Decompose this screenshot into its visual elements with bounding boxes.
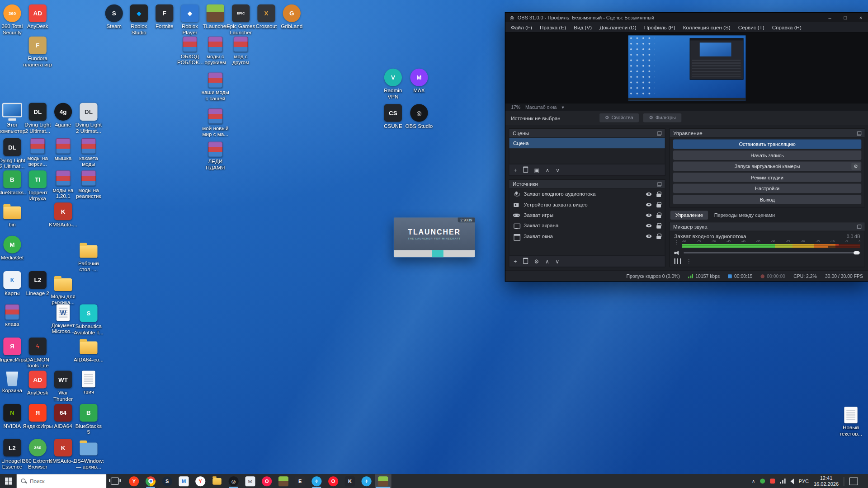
taskbar-app[interactable]: ✈ [308,474,325,488]
taskbar-app[interactable]: K [342,474,359,488]
desktop-icon[interactable]: B BlueStacks 5 [74,404,104,436]
visibility-eye-icon[interactable] [646,192,651,196]
close-button[interactable]: × [853,13,868,22]
obs-titlebar[interactable]: ◎ OBS 31.0.0 - Профиль: Безымянный - Сце… [505,13,868,22]
desktop-icon[interactable]: M MAX [404,69,434,94]
source-down-button[interactable]: ∨ [555,258,559,264]
dock-popout-icon[interactable] [857,225,862,229]
source-up-button[interactable]: ∧ [545,258,549,264]
menu-item[interactable]: Правка (E) [536,23,570,31]
menu-item[interactable]: Коллекция сцен (S) [679,23,734,31]
desktop-icon[interactable]: K KMSAuto-... [48,202,78,228]
menu-item[interactable]: Профиль (P) [640,23,679,31]
taskbar-app[interactable]: S [159,474,175,488]
language-indicator[interactable]: РУС [799,479,809,484]
dock-tab[interactable]: Переходы между сценами [709,211,780,220]
taskbar-app[interactable]: ◎ [225,474,242,488]
menu-item[interactable]: Сервис (T) [734,23,768,31]
desktop-icon[interactable]: S Subnautica Available T... [74,304,104,336]
control-button[interactable]: Режим студии ⚙ [673,173,861,182]
speaker-icon[interactable] [674,250,680,255]
add-source-button[interactable]: + [514,258,517,264]
remove-source-button[interactable] [523,258,528,265]
taskbar-app[interactable]: O [259,474,275,488]
mixer-config-icon[interactable] [674,258,681,264]
taskbar-search[interactable]: Поиск [17,474,106,488]
lock-icon[interactable] [656,212,661,218]
desktop-icon[interactable]: Моды для рыжика... [48,274,78,306]
dock-tab[interactable]: Управление [670,211,708,220]
chevron-down-icon[interactable]: ▾ [561,104,564,110]
desktop-icon[interactable]: Рабочий стол -... [74,241,104,273]
taskbar-app[interactable]: O [325,474,342,488]
obs-preview-canvas[interactable] [628,35,746,100]
taskbar-app[interactable]: E [292,474,308,488]
filters-button[interactable]: ⚙ Фильтры [643,113,681,122]
desktop-icon[interactable]: F Fundora планета игр [23,37,52,68]
menu-item[interactable]: Док-панели (D) [596,23,641,31]
source-item[interactable]: Захват окна [509,231,665,241]
source-properties-button[interactable]: ⚙ [534,258,539,264]
control-button[interactable]: Запуск виртуальной камеры ⚙ [673,162,861,171]
duplicate-scene-button[interactable]: ▣ [534,167,539,173]
menu-item[interactable]: Справка (H) [768,23,805,31]
gear-icon[interactable]: ⚙ [851,163,860,170]
desktop-icon[interactable]: мод с другом [226,37,256,66]
menu-item[interactable]: Вид (V) [570,23,596,31]
volume-slider-handle[interactable] [854,251,859,254]
taskbar-app[interactable] [142,474,159,488]
maximize-button[interactable]: □ [838,13,853,22]
desktop-icon[interactable]: M MediaGet [0,236,27,261]
mixer-menu-icon[interactable]: ⋮ [686,258,691,263]
desktop-icon[interactable]: G GribLand [277,5,307,30]
lock-icon[interactable] [656,223,661,228]
menu-item[interactable]: Файл (F) [507,23,536,31]
desktop-icon[interactable]: моды на реалистик [74,170,104,200]
desktop-icon[interactable]: AIDA64-со... [74,338,104,363]
remove-scene-button[interactable] [523,166,528,174]
desktop-icon[interactable]: мой новый мир с ма... [200,108,230,138]
desktop-icon[interactable]: какаета моды [74,138,104,168]
desktop-icon[interactable]: ◎ OBS Studio [404,104,434,129]
desktop-icon[interactable]: AD AnyDesk [23,5,52,30]
taskbar-clock[interactable]: 12:41 16.02.2026 [814,475,839,487]
network-tray-icon[interactable] [780,479,785,483]
desktop-icon[interactable]: клава [0,304,27,327]
desktop-icon[interactable]: наши моды с сашей [200,72,230,102]
scene-up-button[interactable]: ∧ [545,167,549,173]
desktop-icon[interactable]: твич [74,371,104,395]
source-item[interactable]: Устройство захвата видео [509,199,665,210]
desktop-icon[interactable]: Новый текстов... [836,407,866,437]
desktop-icon[interactable]: DL Dying Light 2 Ultimat... [74,103,104,135]
taskbar-app[interactable] [275,474,292,488]
anydesk-tray-icon[interactable] [770,479,775,483]
action-center-icon[interactable] [849,477,858,485]
taskbar-app[interactable]: M [175,474,192,488]
scene-down-button[interactable]: ∨ [556,167,560,173]
scene-item[interactable]: Сцена [509,138,665,148]
taskbar-app[interactable]: ✉ [242,474,259,488]
lock-icon[interactable] [656,233,661,239]
taskbar-app[interactable] [375,474,392,488]
lock-icon[interactable] [656,191,661,197]
task-view-button[interactable] [106,474,123,488]
taskbar-app[interactable] [209,474,226,488]
control-button[interactable]: Настройки ⚙ [673,184,861,193]
volume-tray-icon[interactable] [790,479,793,484]
antivirus-tray-icon[interactable] [760,479,765,483]
source-item[interactable]: Захват экрана [509,220,665,230]
desktop-icon[interactable]: V Radmin VPN [378,69,408,100]
visibility-eye-icon[interactable] [646,213,651,216]
minimize-button[interactable]: – [822,13,837,22]
desktop-icon[interactable]: CS CSUNE [378,104,408,129]
control-button[interactable]: Остановить трансляцию ⚙ [673,140,861,149]
visibility-eye-icon[interactable] [646,235,651,238]
dock-popout-icon[interactable] [657,182,661,186]
taskbar-app[interactable]: Y [192,474,209,488]
visibility-eye-icon[interactable] [646,203,651,206]
mixer-channel-menu-icon[interactable]: ⋮ [674,240,679,245]
dock-popout-icon[interactable] [657,131,661,136]
dock-popout-icon[interactable] [857,131,862,136]
zoom-label[interactable]: Масштаб окна [525,104,557,110]
start-button[interactable] [0,474,17,488]
